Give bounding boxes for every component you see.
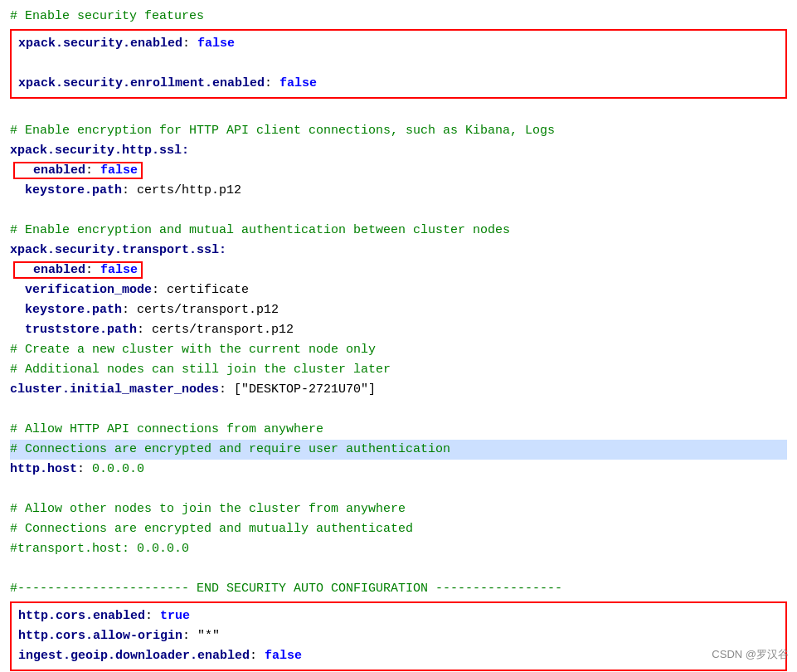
xpack-http-ssl-line: xpack.security.http.ssl: (10, 141, 787, 161)
http-keystore-line: keystore.path: certs/http.p12 (10, 181, 787, 201)
transport-ssl-enabled-box: enabled: false (13, 261, 143, 279)
xpack-security-enabled-line: xpack.security.enabled: false (18, 34, 779, 54)
security-enabled-box: xpack.security.enabled: false xpack.secu… (10, 29, 787, 99)
watermark: CSDN @罗汉谷 (712, 646, 789, 664)
transport-verification-line: verification_mode: certificate (10, 280, 787, 300)
transport-keystore-line: keystore.path: certs/transport.p12 (10, 300, 787, 320)
blank-line-2 (10, 101, 787, 121)
cluster-master-nodes-line: cluster.initial_master_nodes: ["DESKTOP-… (10, 380, 787, 400)
end-security-comment: #----------------------- END SECURITY AU… (10, 579, 787, 599)
blank-line-4 (10, 400, 787, 420)
http-cors-enabled-line: http.cors.enabled: true (18, 606, 779, 626)
comment-http-anywhere: # Allow HTTP API connections from anywhe… (10, 420, 787, 440)
comment-http-ssl: # Enable encryption for HTTP API client … (10, 121, 787, 141)
http-ssl-enabled-box: enabled: false (13, 162, 143, 179)
code-viewer: # Enable security features xpack.securit… (10, 7, 787, 671)
xpack-enrollment-enabled-line: xpack.security.enrollment.enabled: false (18, 74, 779, 94)
transport-host-comment-line: #transport.host: 0.0.0.0 (10, 539, 787, 559)
blank-line-5 (10, 480, 787, 499)
comment-connections-encrypted: # Connections are encrypted and require … (10, 440, 787, 460)
xpack-transport-ssl-line: xpack.security.transport.ssl: (10, 241, 787, 261)
blank-line-6 (10, 559, 787, 579)
comment-other-nodes: # Allow other nodes to join the cluster … (10, 499, 787, 519)
transport-ssl-enabled-line: enabled: false (10, 261, 787, 280)
comment-cluster1: # Create a new cluster with the current … (10, 340, 787, 360)
blank-line-3 (10, 201, 787, 221)
comment-enable-security: # Enable security features (10, 7, 787, 27)
http-cors-origin-line: http.cors.allow-origin: "*" (18, 626, 779, 646)
http-host-line: http.host: 0.0.0.0 (10, 460, 787, 480)
transport-truststore-line: truststore.path: certs/transport.p12 (10, 320, 787, 340)
comment-mutually-authenticated: # Connections are encrypted and mutually… (10, 519, 787, 539)
comment-transport-ssl: # Enable encryption and mutual authentic… (10, 221, 787, 241)
http-ssl-enabled-line: enabled: false (10, 161, 787, 181)
comment-cluster2: # Additional nodes can still join the cl… (10, 360, 787, 380)
ingest-geoip-line: ingest.geoip.downloader.enabled: false (18, 646, 779, 666)
cors-section-box: http.cors.enabled: true http.cors.allow-… (10, 601, 787, 671)
blank-line-1 (18, 54, 779, 74)
